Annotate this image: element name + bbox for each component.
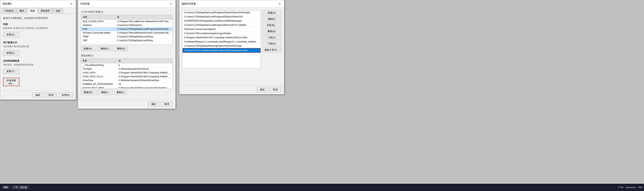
list-item[interactable]: C:\Users\11700\.conda\envs\pytorch-gpu\S… xyxy=(182,31,260,36)
edit-env-title: 编辑环境变量 xyxy=(182,2,196,6)
table-row[interactable]: DriverDataC:\Windows\System32\Drivers\Dr… xyxy=(81,79,172,82)
sys-edit-btn[interactable]: 编辑(I)... xyxy=(98,90,112,95)
table-row[interactable]: NVTOOLSEXT_PATHC:\Program Files\NVIDIA C… xyxy=(81,86,172,89)
sys-col-val: 值 xyxy=(117,59,172,63)
edit-env-right-btn-6[interactable]: 编辑文本(T)... xyxy=(262,47,281,52)
list-item[interactable]: %PyCharm Community Edition% xyxy=(182,27,260,31)
list-item[interactable]: A:\software\ffmpeg-6.1.1-essentials_buil… xyxy=(182,40,260,44)
env-vars-title: 环境变量 xyxy=(80,2,90,6)
table-row[interactable]: CUDA_PATHC:\Program Files\NVIDIA GPU Com… xyxy=(81,71,172,75)
sys-delete-btn[interactable]: 删除(L) xyxy=(114,90,127,95)
table-row[interactable]: TMPC:\Users\11700\AppData\Local\Temp xyxy=(81,39,172,43)
list-item[interactable]: C:\Users\11700\AppData\Roaming\Python\Py… xyxy=(182,44,260,48)
edit-env-right-btn-4[interactable]: 上移(U) xyxy=(262,35,281,40)
startup-title: 启动和故障恢复 xyxy=(3,59,73,63)
env-vars-ok[interactable]: 确定 xyxy=(148,101,160,107)
edit-env-main: C:\Users\11700\AppData\Local\Programs\Py… xyxy=(182,10,281,70)
taskbar-year: 2023 xyxy=(638,186,642,188)
edit-env-right-btn-3[interactable]: 删除(D) xyxy=(262,29,281,34)
user-vars-table: 变量 值 MOZ_PLUGIN_PATHC:\Program Files (x8… xyxy=(81,15,172,43)
table-row[interactable]: PyCharm Community EditionC:\Program File… xyxy=(81,31,172,35)
list-item[interactable]: %USERPROFILE%\AppData\Local\Microsoft\Wi… xyxy=(182,19,260,23)
sys-props-tabs: 计算机名 硬件 高级 系统保护 远程 xyxy=(0,8,76,14)
edit-env-list[interactable]: C:\Users\11700\AppData\Local\Programs\Py… xyxy=(182,10,261,68)
table-row[interactable]: NUMBER_OF_PROCESSORS24 xyxy=(81,82,172,86)
taskbar: RItE # 井 一级你趣 27 KB code-server 2023 xyxy=(0,184,644,191)
edit-env-right-btn-1[interactable]: 编辑(E) xyxy=(262,17,281,22)
taskbar-kb: 27 KB xyxy=(618,186,623,188)
performance-settings-btn[interactable]: 设置(S)... xyxy=(3,32,19,37)
user-delete-btn[interactable]: 删除(D) xyxy=(114,46,128,51)
sys-vars-btn-row: 新建(W)... 编辑(I)... 删除(L) xyxy=(81,90,172,95)
env-vars-cancel[interactable]: 取消 xyxy=(161,101,172,107)
sys-props-cancel[interactable]: 取消 xyxy=(45,92,57,98)
user-vars-title: 11700 的用户变量(U) xyxy=(81,10,172,14)
table-row[interactable]: __PSLockDownPolicy0 xyxy=(81,63,172,67)
list-item[interactable]: C:\Program Files\NVIDIA GPU Computing To… xyxy=(182,36,260,40)
user-col-val: 值 xyxy=(116,15,172,20)
taskbar-right: 27 KB code-server 2023 xyxy=(618,186,642,188)
table-row[interactable]: MOZ_PLUGIN_PATHC:\Program Files (x86)\Fo… xyxy=(81,20,172,23)
tab-computername[interactable]: 计算机名 xyxy=(2,8,16,14)
sys-new-btn[interactable]: 新建(W)... xyxy=(81,90,97,95)
table-row[interactable]: OneDriveC:\Users\11700\OneDrive xyxy=(81,23,172,27)
sys-props-content: 要进行大多数更改，你必须作为管理员登录。 性能 视觉效果, 处理器计划, 内存使… xyxy=(0,14,76,90)
taskbar-start[interactable]: RItE xyxy=(2,185,10,189)
env-vars-titlebar: 环境变量 ✕ xyxy=(78,0,176,8)
edit-env-footer: 确定 取消 xyxy=(180,85,284,94)
edit-env-right-btn-5[interactable]: 下移(O) xyxy=(262,41,281,46)
user-edit-btn[interactable]: 编辑(E)... xyxy=(98,46,113,51)
user-vars-table-container[interactable]: 变量 值 MOZ_PLUGIN_PATHC:\Program Files (x8… xyxy=(81,15,172,45)
table-row[interactable]: CUDA_PATH_V11_6C:\Program Files\NVIDIA G… xyxy=(81,75,172,79)
tab-hardware[interactable]: 硬件 xyxy=(17,8,27,14)
edit-env-content: C:\Users\11700\AppData\Local\Programs\Py… xyxy=(180,8,284,85)
edit-env-ok[interactable]: 确定 xyxy=(256,87,268,92)
user-new-btn[interactable]: 新建(N)... xyxy=(81,46,96,51)
user-vars-btn-row: 新建(N)... 编辑(E)... 删除(D) xyxy=(81,46,172,51)
userprofile-desc: 与登录帐户相关的桌面设置 xyxy=(3,45,73,48)
env-vars-dialog: 环境变量 ✕ 11700 的用户变量(U) 变量 值 MOZ_PLUGIN_PA… xyxy=(78,0,176,109)
table-row[interactable]: ComSpecC:\Windows\system32\cmd.exe xyxy=(81,67,172,71)
tab-sysprotect[interactable]: 系统保护 xyxy=(38,8,53,14)
tab-advanced[interactable]: 高级 xyxy=(27,8,38,14)
sys-props-footer: 确定 取消 应用(A) xyxy=(0,90,76,100)
table-row[interactable]: TEMPC:\Users\11700\AppData\Local\Temp xyxy=(81,35,172,39)
userprofile-settings-btn[interactable]: 设置(E)... xyxy=(3,50,19,56)
edit-env-list-wrap: C:\Users\11700\AppData\Local\Programs\Py… xyxy=(182,10,261,70)
startup-settings-btn[interactable]: 设置(T)... xyxy=(3,69,19,74)
env-vars-close[interactable]: ✕ xyxy=(169,2,173,6)
sys-vars-title: 系统变量(S) xyxy=(81,54,172,57)
admin-notice: 要进行大多数更改，你必须作为管理员登录。 xyxy=(3,17,73,20)
sys-vars-section: 系统变量(S) 变量 值 __PSLockDownPolicy0ComSpecC… xyxy=(81,54,172,95)
sys-props-close[interactable]: ✕ xyxy=(69,2,74,6)
edit-env-cancel[interactable]: 取消 xyxy=(270,87,281,92)
edit-env-right-btn-0[interactable]: 新建(N) xyxy=(262,10,281,16)
env-vars-content: 11700 的用户变量(U) 变量 值 MOZ_PLUGIN_PATHC:\Pr… xyxy=(78,8,176,99)
table-row[interactable]: PathC:\Users\11700\AppData\Local\Program… xyxy=(81,27,172,31)
list-item[interactable]: C:\Users\11700\.conda\envs\pytorch-gpu\L… xyxy=(182,48,260,53)
env-vars-btn[interactable]: 环境变量(N)... xyxy=(3,78,19,86)
taskbar-item-0[interactable]: # 井 一级你趣 xyxy=(12,185,29,190)
sys-props-titlebar: 系统属性 ✕ xyxy=(0,0,76,8)
edit-env-dialog: 编辑环境变量 ✕ C:\Users\11700\AppData\Local\Pr… xyxy=(179,0,284,94)
userprofile-title: 用户配置文件 xyxy=(3,41,73,44)
tab-remote[interactable]: 远程 xyxy=(53,8,63,14)
list-item[interactable]: C:\Users\11700\AppData\Local\Programs\Mi… xyxy=(182,23,260,27)
user-vars-section: 11700 的用户变量(U) 变量 值 MOZ_PLUGIN_PATHC:\Pr… xyxy=(81,10,172,51)
sys-props-title: 系统属性 xyxy=(2,2,12,6)
edit-env-right-btns: 新建(N)编辑(E)浏览(B)...删除(D)上移(U)下移(O)编辑文本(T)… xyxy=(262,10,281,70)
startup-desc: 系统启动、系统故障和调试信息 xyxy=(3,63,73,66)
env-vars-footer: 确定 取消 xyxy=(78,99,176,109)
sys-props-apply[interactable]: 应用(A) xyxy=(58,92,73,98)
edit-env-close[interactable]: ✕ xyxy=(277,2,282,6)
system-properties-dialog: 系统属性 ✕ 计算机名 硬件 高级 系统保护 远程 要进行大多数更改，你必须作为… xyxy=(0,0,76,100)
sys-vars-table: 变量 值 __PSLockDownPolicy0ComSpecC:\Window… xyxy=(81,59,172,88)
list-item[interactable]: C:\Users\11700\AppData\Local\Programs\Py… xyxy=(182,11,260,15)
edit-env-right-btn-2[interactable]: 浏览(B)... xyxy=(262,23,281,28)
sys-vars-table-container[interactable]: 变量 值 __PSLockDownPolicy0ComSpecC:\Window… xyxy=(81,58,172,88)
sys-col-var: 变量 xyxy=(81,59,117,63)
sys-props-ok[interactable]: 确定 xyxy=(32,92,44,98)
edit-env-titlebar: 编辑环境变量 ✕ xyxy=(180,0,284,8)
list-item[interactable]: C:\Users\11700\AppData\Local\Programs\Py… xyxy=(182,15,260,19)
performance-title: 性能 xyxy=(3,23,73,26)
